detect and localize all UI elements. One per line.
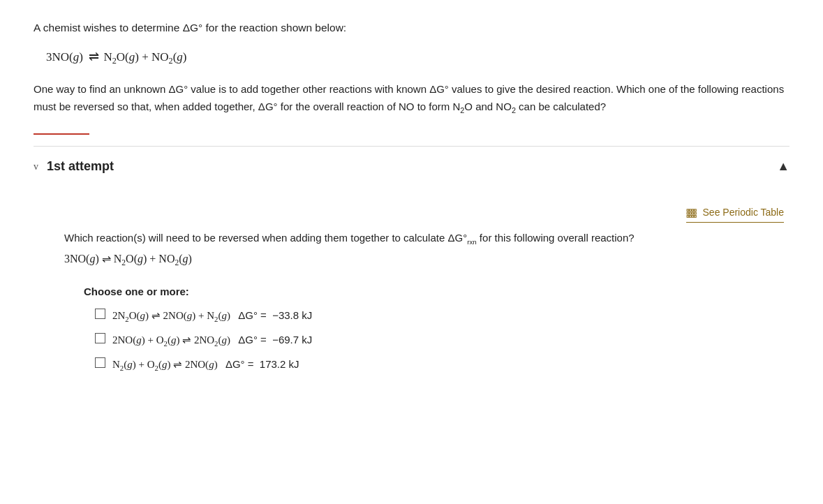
- list-item: 2N2O(g) ⇌ 2NO(g) + N2(g) ΔG° = −33.8 kJ: [95, 307, 789, 325]
- svg-rect-8: [687, 216, 689, 218]
- periodic-table-label: See Periodic Table: [703, 205, 784, 220]
- attempt-section: v 1st attempt ▲: [34, 146, 789, 373]
- list-item: N2(g) + O2(g) ⇌ 2NO(g) ΔG° = 173.2 kJ: [95, 356, 789, 373]
- choice-1-text: 2N2O(g) ⇌ 2NO(g) + N2(g) ΔG° = −33.8 kJ: [112, 308, 312, 325]
- attempt-label: 1st attempt: [47, 156, 114, 177]
- svg-rect-9: [689, 216, 691, 218]
- choice-2-checkbox[interactable]: [95, 333, 105, 343]
- svg-rect-4: [687, 213, 689, 215]
- section-divider: [34, 133, 89, 135]
- attempt-header-left: v 1st attempt: [34, 156, 114, 177]
- choices-list: 2N2O(g) ⇌ 2NO(g) + N2(g) ΔG° = −33.8 kJ …: [95, 307, 789, 374]
- choice-3-checkbox[interactable]: [95, 357, 105, 368]
- choice-2-text: 2NO(g) + O2(g) ⇌ 2NO2(g) ΔG° = −69.7 kJ: [112, 332, 312, 349]
- svg-rect-3: [694, 209, 696, 212]
- choose-label: Choose one or more:: [84, 283, 789, 300]
- question-reaction: 3NO(g) ⇌ N2O(g) + NO2(g): [64, 250, 789, 269]
- periodic-table-link[interactable]: See Periodic Table: [686, 205, 784, 222]
- body-text: One way to find an unknown ΔG° value is …: [34, 81, 789, 117]
- svg-rect-2: [692, 209, 694, 212]
- page-container: A chemist wishes to determine ΔG° for th…: [0, 0, 823, 414]
- periodic-table-icon: [686, 207, 699, 217]
- collapse-arrow-icon[interactable]: ▲: [777, 156, 789, 177]
- svg-rect-1: [689, 209, 691, 212]
- choice-1-checkbox[interactable]: [95, 309, 105, 319]
- main-reaction: 3NO(g) ⇌ N2O(g) + NO2(g): [46, 47, 789, 68]
- svg-rect-11: [694, 216, 696, 218]
- attempt-header: v 1st attempt ▲: [34, 147, 789, 184]
- chevron-down-icon[interactable]: v: [34, 159, 38, 175]
- list-item: 2NO(g) + O2(g) ⇌ 2NO2(g) ΔG° = −69.7 kJ: [95, 332, 789, 349]
- periodic-table-link-area: See Periodic Table: [34, 205, 789, 222]
- svg-rect-0: [687, 209, 689, 212]
- question-text: Which reaction(s) will need to be revers…: [64, 230, 789, 248]
- svg-rect-6: [692, 213, 694, 215]
- svg-rect-10: [692, 216, 694, 218]
- svg-rect-5: [689, 213, 691, 215]
- svg-rect-7: [694, 213, 696, 215]
- choice-3-text: N2(g) + O2(g) ⇌ 2NO(g) ΔG° = 173.2 kJ: [112, 357, 299, 373]
- intro-text: A chemist wishes to determine ΔG° for th…: [34, 20, 789, 37]
